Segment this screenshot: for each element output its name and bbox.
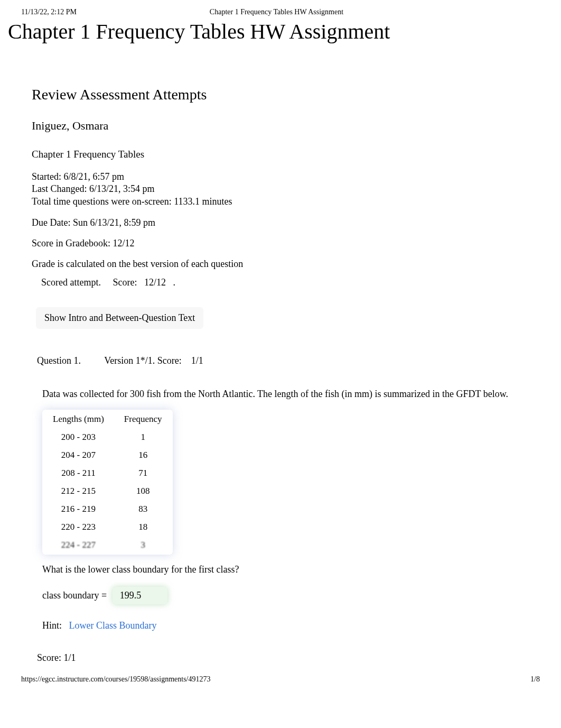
- scored-attempt-trail: .: [173, 277, 175, 288]
- table-cell: 3: [115, 537, 172, 554]
- student-name: Iniguez, Osmara: [32, 119, 529, 133]
- scored-attempt: Scored attempt. Score: 12/12 .: [36, 274, 181, 291]
- total-time-line: Total time questions were on-screen: 113…: [32, 196, 529, 208]
- print-footer-page: 1/8: [530, 675, 540, 684]
- question-version-score: 1/1: [191, 355, 203, 366]
- table-row: 212 - 215 108: [43, 483, 172, 500]
- table-row: 200 - 203 1: [43, 429, 172, 446]
- frequency-table: Lengths (mm) Frequency 200 - 203 1 204 -…: [42, 410, 173, 555]
- table-cell: 18: [115, 519, 172, 536]
- answer-line: class boundary = 199.5: [42, 587, 519, 604]
- table-cell: 71: [115, 465, 172, 482]
- hint-label: Hint:: [42, 620, 62, 631]
- scored-attempt-score-label: Score:: [113, 277, 137, 288]
- table-cell: 224 - 227: [43, 537, 114, 554]
- hint-link[interactable]: Lower Class Boundary: [69, 620, 157, 631]
- page-title: Chapter 1 Frequency Tables HW Assignment: [0, 19, 561, 44]
- answer-label: class boundary =: [42, 590, 107, 601]
- table-row: 220 - 223 18: [43, 519, 172, 536]
- print-header-spacer: [476, 8, 540, 16]
- table-cell: 83: [115, 501, 172, 518]
- question-body: Data was collected for 300 fish from the…: [32, 388, 529, 631]
- table-header-lengths: Lengths (mm): [43, 411, 114, 428]
- section-heading: Review Assessment Attempts: [32, 86, 529, 103]
- question-header: Question 1. Version 1*/1. Score: 1/1: [32, 350, 214, 372]
- show-intro-button[interactable]: Show Intro and Between-Question Text: [36, 307, 203, 329]
- table-cell: 200 - 203: [43, 429, 114, 446]
- table-cell: 1: [115, 429, 172, 446]
- meta-block: Started: 6/8/21, 6:57 pm Last Changed: 6…: [32, 171, 529, 208]
- print-timestamp: 11/13/22, 2:12 PM: [21, 8, 77, 16]
- print-footer-url: https://egcc.instructure.com/courses/195…: [21, 675, 211, 684]
- table-cell: 108: [115, 483, 172, 500]
- print-header: 11/13/22, 2:12 PM Chapter 1 Frequency Ta…: [0, 0, 561, 19]
- scored-attempt-score-value: 12/12: [144, 277, 166, 288]
- due-date: Due Date: Sun 6/13/21, 8:59 pm: [32, 217, 529, 228]
- table-row: 208 - 211 71: [43, 465, 172, 482]
- content: Review Assessment Attempts Iniguez, Osma…: [0, 86, 561, 674]
- score-gradebook: Score in Gradebook: 12/12: [32, 238, 529, 249]
- table-header-frequency: Frequency: [115, 411, 172, 428]
- print-footer: https://egcc.instructure.com/courses/195…: [0, 674, 561, 692]
- last-changed-line: Last Changed: 6/13/21, 3:54 pm: [32, 183, 529, 195]
- table-cell: 212 - 215: [43, 483, 114, 500]
- table-row: 204 - 207 16: [43, 447, 172, 464]
- table-cell: 204 - 207: [43, 447, 114, 464]
- table-row: 216 - 219 83: [43, 501, 172, 518]
- question-version-label: Version 1*/1. Score:: [104, 355, 181, 366]
- question-prompt: What is the lower class boundary for the…: [42, 564, 519, 575]
- assignment-name: Chapter 1 Frequency Tables: [32, 149, 529, 160]
- question-text: Data was collected for 300 fish from the…: [42, 388, 519, 400]
- question-score-footer: Score: 1/1: [32, 652, 529, 664]
- grade-note: Grade is calculated on the best version …: [32, 259, 529, 270]
- table-row: 224 - 227 3: [43, 537, 172, 554]
- table-cell: 16: [115, 447, 172, 464]
- question-number: Question 1.: [37, 355, 81, 366]
- print-title: Chapter 1 Frequency Tables HW Assignment: [210, 8, 343, 16]
- question-block: Question 1. Version 1*/1. Score: 1/1 Dat…: [32, 350, 529, 674]
- answer-value: 199.5: [113, 587, 168, 604]
- table-cell: 220 - 223: [43, 519, 114, 536]
- table-cell: 208 - 211: [43, 465, 114, 482]
- table-cell: 216 - 219: [43, 501, 114, 518]
- started-line: Started: 6/8/21, 6:57 pm: [32, 171, 529, 183]
- hint-line: Hint: Lower Class Boundary: [42, 620, 519, 631]
- scored-attempt-label: Scored attempt.: [41, 277, 101, 288]
